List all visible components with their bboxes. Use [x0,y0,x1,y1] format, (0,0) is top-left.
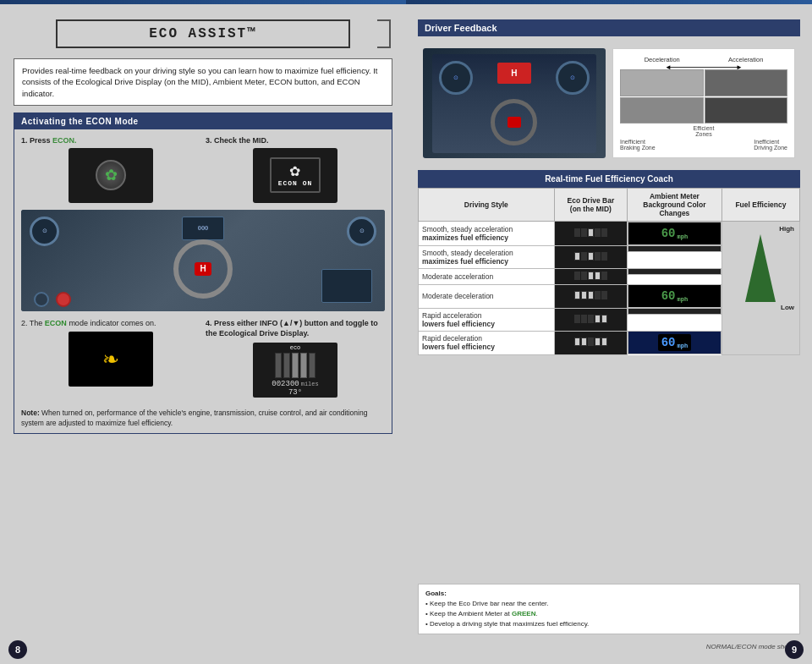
table-row: Smooth, steady accelerationmaximizes fue… [419,222,800,246]
control-btn-1 [34,292,49,307]
section-header: Activating the ECON Mode [14,113,392,129]
eco-display-text: eco [290,344,301,351]
odo-unit: miles [301,381,319,387]
ambient-quad-tr [705,69,788,96]
seg-3e [601,272,607,280]
eco-bar-mini-4 [574,291,607,299]
dashboard-image: ⊙ ⊙ 000 H [21,210,385,311]
ambient-display-2 [628,245,721,252]
page-number-right: 9 [785,640,804,659]
ambient-display-6: 60mph [628,331,721,354]
style-cell-1: Smooth, steady accelerationmaximizes fue… [419,222,555,246]
econ-on-display: ✿ ECON ON [270,157,321,193]
eco-bar-row [275,353,315,378]
eco-bar-cell-1 [554,222,627,246]
right-page: Driver Feedback ⊙ ⊙ H [406,0,812,664]
left-gauge-circle: ⊙ [30,217,59,246]
step-4-box: 4. Press either INFO (▲/▼) button and to… [206,318,385,398]
eco-bar-mini-3 [574,272,607,280]
speed-number-1: 60 [661,227,676,240]
style-text-5: Rapid accelerationlowers fuel efficiency [422,311,495,328]
top-bar-left [0,0,406,4]
steering-small [491,99,537,145]
ambient-display-1: 60mph [628,222,721,245]
ambient-quad-bl [620,97,704,124]
eco-drive-image: eco 002300 miles 73° [253,343,337,398]
right-gauge-text: ⊙ [359,228,365,234]
speed-display-4: 60mph [658,288,691,305]
seg-2a [574,252,580,261]
page-number-left: 8 [8,640,27,659]
step-3-label: 3. Check the MID. [206,136,269,145]
arrow-line: ◄ ► [670,67,738,68]
dashboard-inner: ⊙ ⊙ 000 H [21,210,385,311]
style-cell-5: Rapid accelerationlowers fuel efficiency [419,308,555,331]
col-eco-bar: Eco Drive Bar(on the MID) [554,189,627,222]
goal-2: • Keep the Ambient Meter at GREEN. [425,609,793,619]
eco-bar-1 [275,353,282,378]
table-header-row: Driving Style Eco Drive Bar(on the MID) … [419,189,800,222]
acceleration-label: Acceleration [728,56,763,63]
ambient-grid [620,69,787,123]
green-triangle [745,234,776,302]
efficiency-container: High Low [726,225,796,311]
seg-6c [588,337,594,346]
odo-display: 002300 [272,380,299,388]
eco-bar-mini-2 [574,252,607,261]
seg-2c [588,252,594,261]
seg-5c [588,315,594,323]
left-gauge-text: ⊙ [42,228,47,234]
steps-top-grid: 1. Press ECON. ✿ 3. Check the MID. [14,129,392,210]
ambient-quad-br [705,97,788,124]
speed-number-6: 60 [661,336,676,349]
center-display-text: 000 [198,225,209,232]
note-text: When turned on, performance of the vehic… [21,409,367,427]
seg-5d [595,315,601,323]
eco-bar-cell-3 [554,268,627,284]
infotainment-screen [321,269,372,303]
braking-zone-label: InefficientBraking Zone [620,139,656,151]
style-text-2: Smooth, steady decelerationmaximizes fue… [422,249,513,266]
seg-4e [601,291,607,299]
step-2-label: 2. The ECON mode indicator comes on. [21,318,156,329]
ambient-meter-diagram: Deceleration Acceleration ◄ ► Effi [612,48,795,158]
econ-button: ✿ [96,160,126,190]
fuel-efficiency-col: High Low [721,222,799,355]
honda-logo: H [511,69,517,78]
seg-1a [574,228,580,237]
eco-bar-mini-5 [574,315,607,323]
right-gauge: ⊙ [347,217,376,246]
dash-controls [34,292,71,307]
eco-bar-cell-6 [554,331,627,354]
seg-1c [588,228,594,237]
ambient-quad-tl [620,69,704,96]
description-text: Provides real-time feedback on your driv… [22,66,377,98]
step-1-image: ✿ [69,148,153,203]
seg-5b [581,315,587,323]
eco-bar-mini-1 [574,228,607,237]
speed-unit-1: mph [678,233,689,240]
step-3-box: 3. Check the MID. ✿ ECON ON [206,136,385,203]
seg-6a [574,337,580,346]
col-fuel-efficiency: Fuel Efficiency [721,189,799,222]
seg-3a [574,272,580,280]
feedback-top: ⊙ ⊙ H Deceleration Acceler [418,43,800,163]
ambient-labels-top: Deceleration Acceleration [620,56,787,63]
seg-5a [574,315,580,323]
econ-yellow-icon: ❧ [102,348,119,371]
seg-2b [581,252,587,261]
bottom-labels: InefficientBraking Zone InefficientDrivi… [620,139,787,151]
seg-6e [601,337,607,346]
ambient-display-4: 60mph [628,284,721,308]
description-box: Provides real-time feedback on your driv… [14,58,392,106]
fuel-table: Driving Style Eco Drive Bar(on the MID) … [418,188,800,355]
control-btn-2 [56,292,71,307]
seg-1e [601,228,607,237]
high-label: High [779,225,796,233]
eco-bar-mini-6 [574,337,607,346]
step-3-image: ✿ ECON ON [253,148,337,203]
bracket-decoration [377,19,391,48]
efficient-zones-label: EfficientZones [620,125,787,137]
footnote: NORMAL/ECON mode shown [418,641,800,652]
style-cell-4: Moderate deceleration [419,284,555,308]
